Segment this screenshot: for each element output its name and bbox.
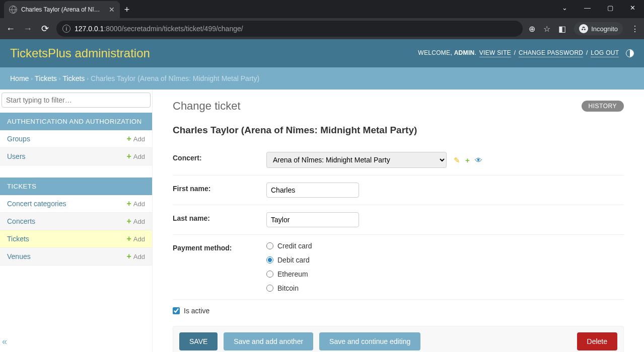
payment-option-label: Bitcoin — [277, 284, 299, 292]
history-button[interactable]: HISTORY — [582, 101, 624, 112]
logout-link[interactable]: LOG OUT — [591, 49, 619, 57]
save-button[interactable]: SAVE — [179, 332, 218, 350]
plus-icon: + — [127, 134, 131, 143]
plus-icon: + — [127, 217, 131, 226]
payment-radio[interactable] — [266, 242, 273, 249]
plus-icon: + — [127, 199, 131, 208]
add-link[interactable]: +Add — [127, 199, 145, 208]
is-active-checkbox[interactable] — [173, 307, 180, 314]
field-row-payment: Payment method: Credit cardDebit cardEth… — [173, 235, 624, 300]
globe-icon — [9, 6, 17, 14]
breadcrumb-current: Charles Taylor (Arena of Nîmes: Midnight… — [91, 74, 259, 82]
view-site-link[interactable]: VIEW SITE — [479, 49, 511, 57]
add-users-link[interactable]: +Add — [127, 152, 145, 161]
breadcrumb-app[interactable]: Tickets — [35, 74, 57, 82]
payment-option-label: Credit card — [277, 242, 312, 250]
incognito-badge[interactable]: Incognito — [574, 22, 623, 35]
field-row-last-name: Last name: — [173, 205, 624, 235]
close-window-icon[interactable]: ✕ — [621, 1, 644, 18]
add-link[interactable]: +Add — [127, 234, 145, 243]
kebab-menu-icon[interactable]: ⋮ — [631, 24, 639, 34]
sidebar-item-concerts: Concerts +Add — [0, 213, 152, 230]
minimize-icon[interactable]: ― — [576, 1, 599, 18]
username: ADMIN — [454, 49, 475, 56]
model-link[interactable]: Concert categories — [7, 200, 66, 208]
sidebar-item-concert-categories: Concert categories +Add — [0, 195, 152, 213]
chevron-down-icon[interactable]: ⌄ — [553, 1, 576, 18]
plus-icon: + — [127, 152, 131, 161]
tab-title: Charles Taylor (Arena of Nîmes: M — [21, 6, 105, 13]
first-name-input[interactable] — [266, 183, 359, 198]
address-bar[interactable]: i 127.0.0.1:8000/secretadmin/tickets/tic… — [56, 21, 523, 37]
maximize-icon[interactable]: ▢ — [599, 1, 621, 18]
model-link[interactable]: Tickets — [7, 235, 29, 243]
concert-select[interactable]: Arena of Nîmes: Midnight Metal Party — [266, 152, 447, 168]
edit-related-icon[interactable]: ✎ — [454, 156, 460, 165]
payment-radio[interactable] — [266, 271, 273, 278]
collapse-sidebar-icon[interactable]: « — [2, 336, 7, 347]
last-name-input[interactable] — [266, 212, 359, 227]
submit-row: SAVE Save and add another Save and conti… — [173, 326, 624, 352]
save-add-another-button[interactable]: Save and add another — [224, 332, 313, 350]
url-path: :8000/secretadmin/tickets/ticket/499/cha… — [104, 25, 243, 33]
page-title: Change ticket — [173, 100, 624, 113]
reload-button[interactable]: ⟳ — [39, 23, 50, 34]
close-tab-icon[interactable]: ✕ — [109, 6, 115, 14]
nav-sidebar: AUTHENTICATION AND AUTHORIZATION Groups … — [0, 90, 153, 352]
is-active-label[interactable]: Is active — [184, 307, 209, 315]
welcome-text: WELCOME, — [418, 49, 454, 56]
breadcrumb-home[interactable]: Home — [10, 74, 29, 82]
sidebar-filter-input[interactable] — [2, 93, 151, 108]
view-related-icon[interactable]: 👁 — [475, 156, 482, 165]
user-tools: WELCOME, ADMIN. VIEW SITE / CHANGE PASSW… — [418, 49, 634, 57]
payment-option: Ethereum — [266, 270, 624, 278]
sidebar-item-tickets: Tickets +Add — [0, 230, 152, 248]
panel-icon[interactable]: ◧ — [558, 24, 566, 34]
incognito-icon — [579, 24, 588, 33]
save-continue-button[interactable]: Save and continue editing — [319, 332, 420, 350]
site-brand[interactable]: TicketsPlus administration — [10, 46, 150, 60]
content: Change ticket HISTORY Charles Taylor (Ar… — [153, 90, 644, 352]
bookmark-icon[interactable]: ☆ — [543, 24, 550, 34]
object-title: Charles Taylor (Arena of Nîmes: Midnight… — [173, 125, 624, 136]
change-password-link[interactable]: CHANGE PASSWORD — [519, 49, 583, 57]
incognito-label: Incognito — [591, 25, 618, 33]
zoom-icon[interactable]: ⊕ — [529, 24, 535, 34]
first-name-label: First name: — [173, 183, 266, 198]
site-info-icon[interactable]: i — [62, 25, 70, 33]
theme-toggle-icon[interactable] — [626, 49, 634, 57]
payment-option: Debit card — [266, 256, 624, 264]
model-link[interactable]: Users — [7, 152, 26, 160]
payment-radio[interactable] — [266, 256, 273, 263]
payment-radio[interactable] — [266, 285, 273, 292]
model-link[interactable]: Concerts — [7, 217, 35, 225]
breadcrumb: Home › Tickets › Tickets › Charles Taylo… — [0, 67, 644, 90]
payment-option: Bitcoin — [266, 284, 624, 292]
field-row-is-active: Is active — [173, 300, 624, 326]
breadcrumb-model[interactable]: Tickets — [63, 74, 85, 82]
field-row-concert: Concert: Arena of Nîmes: Midnight Metal … — [173, 145, 624, 175]
sidebar-item-venues: Venues +Add — [0, 248, 152, 266]
window-controls: ⌄ ― ▢ ✕ — [553, 1, 644, 18]
app-label-tickets[interactable]: TICKETS — [0, 178, 152, 195]
browser-tab[interactable]: Charles Taylor (Arena of Nîmes: M ✕ — [4, 1, 120, 18]
new-tab-button[interactable]: + — [120, 1, 134, 18]
model-link[interactable]: Venues — [7, 252, 31, 260]
add-link[interactable]: +Add — [127, 252, 145, 261]
last-name-label: Last name: — [173, 212, 266, 227]
delete-button[interactable]: Delete — [577, 332, 617, 350]
plus-icon: + — [127, 252, 131, 261]
back-button[interactable]: ← — [5, 24, 16, 34]
add-link[interactable]: +Add — [127, 217, 145, 226]
model-link[interactable]: Groups — [7, 135, 30, 143]
forward-button[interactable]: → — [22, 24, 33, 34]
payment-option-label: Debit card — [277, 256, 310, 264]
plus-icon: + — [127, 234, 131, 243]
browser-chrome: Charles Taylor (Arena of Nîmes: M ✕ + ⌄ … — [0, 0, 644, 39]
concert-label: Concert: — [173, 152, 266, 168]
payment-option-label: Ethereum — [277, 270, 308, 278]
app-label-auth[interactable]: AUTHENTICATION AND AUTHORIZATION — [0, 113, 152, 130]
add-groups-link[interactable]: +Add — [127, 134, 145, 143]
add-related-icon[interactable]: + — [465, 156, 470, 165]
payment-option: Credit card — [266, 242, 624, 250]
